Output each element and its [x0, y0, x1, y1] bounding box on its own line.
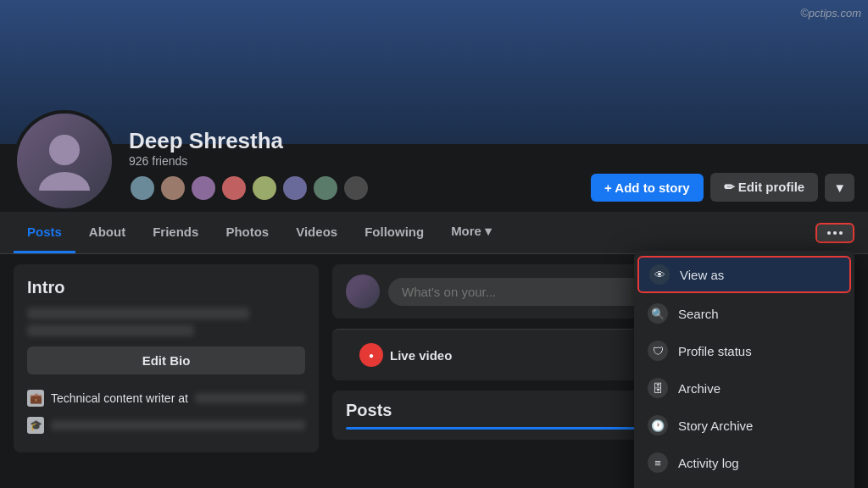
more-options-button[interactable] [815, 223, 854, 243]
tab-photos[interactable]: Photos [212, 213, 282, 253]
education-blurred [51, 420, 305, 430]
live-video-button[interactable]: ● Live video [346, 336, 465, 374]
profile-dropdown-menu: 👁 View as 🔍 Search 🛡 Profile status 🗄 Ar… [634, 251, 854, 488]
profile-info: Deep Shrestha 926 friends [129, 128, 591, 212]
composer-avatar [346, 274, 380, 308]
blurred-text-2 [27, 324, 194, 336]
search-icon: 🔍 [648, 303, 668, 324]
friend-avatar-4 [220, 175, 248, 202]
edit-bio-button[interactable]: Edit Bio [27, 347, 305, 374]
job-company-blurred [195, 393, 305, 403]
profile-dropdown-button[interactable]: ▼ [825, 174, 854, 202]
intro-job-item: 💼 Technical content writer at [27, 385, 305, 412]
live-icon: ● [359, 343, 383, 367]
dropdown-item-activity-log[interactable]: ≡ Activity log [634, 444, 854, 481]
nav-tabs: Posts About Friends Photos Videos Follow… [0, 212, 868, 254]
edit-profile-button[interactable]: ✏ Edit profile [710, 173, 819, 202]
svg-point-1 [39, 172, 90, 191]
tab-videos[interactable]: Videos [282, 213, 351, 253]
nav-wrapper: Posts About Friends Photos Videos Follow… [0, 212, 868, 254]
activity-log-label: Activity log [678, 456, 739, 470]
dropdown-item-archive[interactable]: 🗄 Archive [634, 369, 854, 407]
list-icon: ≡ [648, 452, 668, 473]
dropdown-item-profile-tagging[interactable]: 👤 Profile and tagging settings [634, 481, 854, 488]
friends-count: 926 friends [129, 154, 591, 168]
blurred-text-1 [27, 308, 249, 319]
intro-title: Intro [27, 278, 305, 297]
friend-avatar-2 [159, 175, 186, 202]
avatar [14, 110, 115, 212]
posts-title: Posts [346, 401, 392, 420]
live-video-label: Live video [390, 348, 452, 363]
profile-status-label: Profile status [678, 344, 752, 358]
svg-point-0 [49, 135, 80, 165]
dropdown-item-story-archive[interactable]: 🕐 Story Archive [634, 407, 854, 444]
dot-3 [839, 231, 843, 235]
friend-avatar-7 [312, 175, 339, 202]
friend-avatar-5 [251, 175, 278, 202]
tab-friends[interactable]: Friends [139, 213, 212, 253]
dropdown-item-search[interactable]: 🔍 Search [634, 295, 854, 332]
shield-icon: 🛡 [648, 341, 668, 361]
tab-posts[interactable]: Posts [14, 213, 75, 253]
friend-avatar-6 [281, 175, 309, 202]
watermark: ©pctips.com [800, 7, 861, 19]
story-archive-label: Story Archive [678, 419, 753, 433]
posts-tab-indicator [346, 427, 643, 430]
dropdown-item-profile-status[interactable]: 🛡 Profile status [634, 332, 854, 369]
friend-avatar-1 [129, 175, 156, 202]
job-icon: 💼 [27, 390, 44, 407]
education-icon: 🎓 [27, 417, 44, 434]
archive-label: Archive [678, 381, 721, 396]
profile-name: Deep Shrestha [129, 128, 591, 154]
clock-icon: 🕐 [648, 415, 668, 435]
job-title: Technical content writer at [51, 391, 188, 405]
search-label: Search [678, 307, 719, 321]
friend-avatar-3 [190, 175, 217, 202]
add-to-story-button[interactable]: + Add to story [591, 174, 704, 202]
eye-icon: 👁 [649, 264, 670, 285]
dropdown-item-view-as[interactable]: 👁 View as [637, 256, 851, 293]
left-panel: Intro Edit Bio 💼 Technical content write… [14, 264, 319, 488]
dot-2 [833, 231, 837, 235]
dot-1 [827, 231, 831, 235]
tab-following[interactable]: Following [351, 213, 437, 253]
intro-education-item: 🎓 [27, 412, 305, 439]
profile-section: Deep Shrestha 926 friends + Add to story… [0, 110, 868, 212]
tab-more[interactable]: More ▾ [437, 212, 505, 253]
archive-icon: 🗄 [648, 378, 668, 398]
friends-avatars [129, 175, 591, 202]
view-as-label: View as [680, 268, 724, 282]
profile-actions: + Add to story ✏ Edit profile ▼ [591, 173, 854, 212]
intro-box: Intro Edit Bio 💼 Technical content write… [14, 264, 319, 452]
friend-avatar-8 [342, 175, 370, 202]
tab-about[interactable]: About [75, 213, 139, 253]
